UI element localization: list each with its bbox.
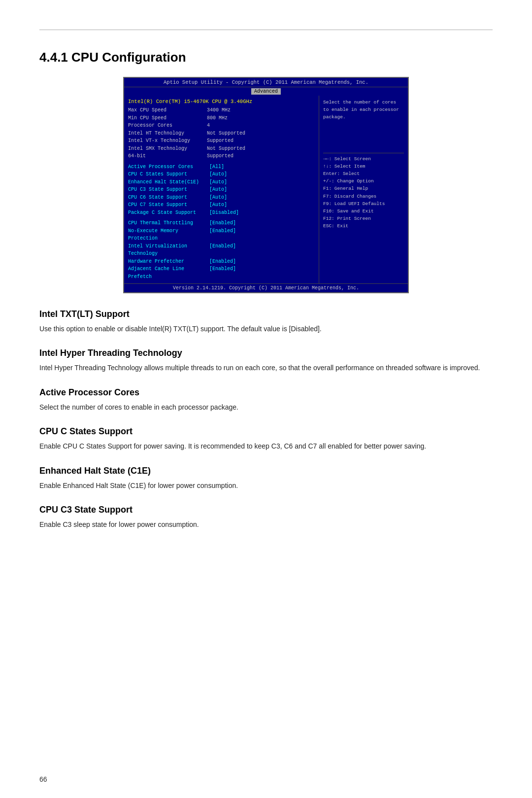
bios-option-pkg-c: Package C State Support [Disabled]	[128, 209, 315, 217]
bios-tab-advanced: Advanced	[251, 88, 281, 95]
subsection-body-hyper-threading: Intel Hyper Threading Technology allows …	[39, 362, 493, 373]
bios-tab-row: Advanced	[124, 87, 408, 96]
subsection-title-hyper-threading: Intel Hyper Threading Technology	[39, 348, 493, 358]
bios-cpu-title: Intel(R) Core(TM) i5-4670K CPU @ 3.40GHz	[128, 99, 315, 104]
subsection-enhanced-halt: Enhanced Halt State (C1E) Enable Enhance…	[39, 466, 493, 491]
subsection-body-cpu-c3: Enable C3 sleep state for lower power co…	[39, 519, 493, 530]
subsection-body-intel-txt: Use this option to enable or disable Int…	[39, 323, 493, 334]
bios-help-f1: F1: General Help	[323, 185, 404, 192]
bios-help-select-item: ↑↓: Select Item	[323, 163, 404, 170]
bios-option-c1e: Enhanced Halt State(C1E) [Auto]	[128, 178, 315, 186]
bios-info-min-cpu: Min CPU Speed 800 MHz	[128, 114, 315, 122]
subsection-title-enhanced-halt: Enhanced Halt State (C1E)	[39, 466, 493, 476]
bios-info-max-cpu: Max CPU Speed 3400 MHz	[128, 106, 315, 114]
bios-option-nx: No-Execute Memory Protection [Enabled]	[128, 227, 315, 243]
subsection-body-cpu-c-states: Enable CPU C States Support for power sa…	[39, 441, 493, 451]
page-number: 66	[39, 775, 47, 783]
bios-option-c-states: CPU C States Support [Auto]	[128, 171, 315, 178]
bios-option-adj-cache: Adjacent Cache Line Prefetch [Enabled]	[128, 265, 315, 280]
bios-screen: Aptio Setup Utility - Copyright (C) 2011…	[123, 77, 409, 293]
bios-help-text: Select the number of cores to enable in …	[323, 99, 404, 121]
subsection-title-cpu-c-states: CPU C States Support	[39, 426, 493, 437]
bios-info-proc-cores: Processor Cores 4	[128, 122, 315, 130]
bios-help-esc: ESC: Exit	[323, 222, 404, 230]
bios-help-change: +/-: Change Option	[323, 177, 404, 185]
bios-help-f12: F12: Print Screen	[323, 215, 404, 222]
bios-right-divider	[323, 153, 404, 153]
bios-help-enter: Enter: Select	[323, 170, 404, 177]
bios-help-select-screen: →←: Select Screen	[323, 155, 404, 163]
bios-info-64bit: 64-bit Supported	[128, 152, 315, 160]
bios-info-ht: Intel HT Technology Not Supported	[128, 130, 315, 138]
bios-info-vtx: Intel VT-x Technology Supported	[128, 137, 315, 145]
subsection-active-cores: Active Processor Cores Select the number…	[39, 387, 493, 413]
subsection-title-cpu-c3: CPU C3 State Support	[39, 505, 493, 515]
bios-option-c3: CPU C3 State Support [Auto]	[128, 186, 315, 194]
subsection-intel-txt: Intel TXT(LT) Support Use this option to…	[39, 309, 493, 334]
subsection-cpu-c-states: CPU C States Support Enable CPU C States…	[39, 426, 493, 451]
bios-option-virt: Intel Virtualization Technology [Enabled…	[128, 243, 315, 258]
bios-info-smx: Intel SMX Technology Not Supported	[128, 145, 315, 153]
bios-option-c7: CPU C7 State Support [Auto]	[128, 201, 315, 209]
bios-option-hw-pref: Hardware Prefetcher [Enabled]	[128, 258, 315, 266]
subsection-title-intel-txt: Intel TXT(LT) Support	[39, 309, 493, 319]
subsection-body-active-cores: Select the number of cores to enable in …	[39, 402, 493, 413]
bios-header: Aptio Setup Utility - Copyright (C) 2011…	[124, 78, 408, 87]
subsection-body-enhanced-halt: Enable Enhanced Halt State (C1E) for low…	[39, 480, 493, 491]
bios-help-f10: F10: Save and Exit	[323, 208, 404, 215]
bios-help-f9: F9: Load UEFI Defaults	[323, 200, 404, 208]
bios-option-active-cores: Active Processor Cores [All]	[128, 163, 315, 171]
subsection-hyper-threading: Intel Hyper Threading Technology Intel H…	[39, 348, 493, 373]
bios-content: Intel(R) Core(TM) i5-4670K CPU @ 3.40GHz…	[124, 96, 408, 283]
subsection-cpu-c3: CPU C3 State Support Enable C3 sleep sta…	[39, 505, 493, 530]
bios-option-c6: CPU C6 State Support [Auto]	[128, 194, 315, 202]
bios-right-panel: Select the number of cores to enable in …	[319, 96, 408, 283]
bios-left-panel: Intel(R) Core(TM) i5-4670K CPU @ 3.40GHz…	[124, 96, 319, 283]
bios-option-thermal: CPU Thermal Throttling [Enabled]	[128, 219, 315, 227]
section-title: 4.4.1 CPU Configuration	[39, 50, 493, 65]
subsection-title-active-cores: Active Processor Cores	[39, 387, 493, 398]
bios-help-f7: F7: Discard Changes	[323, 193, 404, 200]
bios-footer: Version 2.14.1219. Copyright (C) 2011 Am…	[124, 283, 408, 292]
